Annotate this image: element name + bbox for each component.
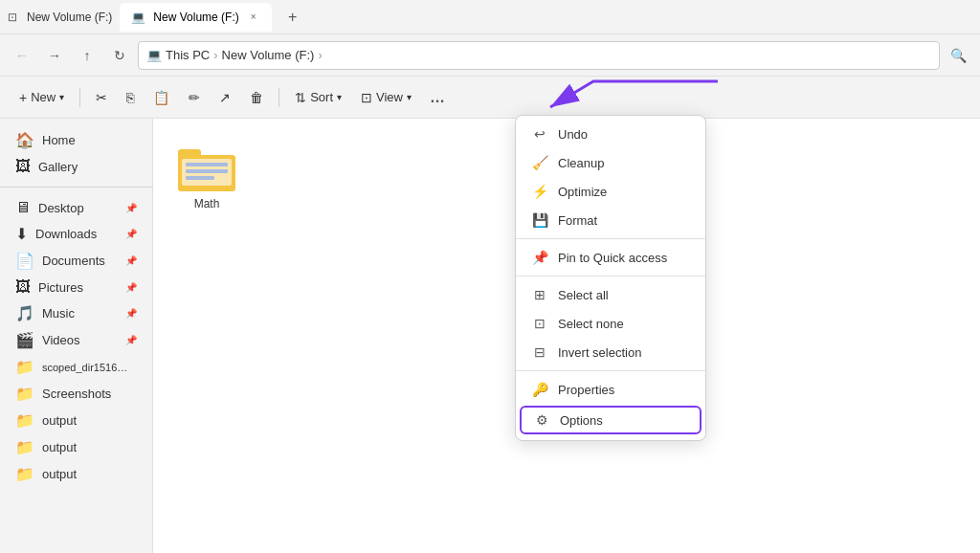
sidebar-item-output-1[interactable]: 📁 output: [4, 408, 148, 433]
up-button[interactable]: ↑: [73, 41, 101, 70]
menu-item-undo[interactable]: ↩ Undo: [516, 120, 705, 148]
svg-rect-6: [186, 176, 214, 180]
share-button[interactable]: ↗: [212, 83, 238, 112]
new-tab-button[interactable]: +: [279, 4, 306, 31]
gallery-icon: 🖼: [15, 158, 31, 175]
menu-item-pin[interactable]: 📌 Pin to Quick access: [516, 243, 705, 272]
sort-label: Sort: [310, 90, 333, 104]
menu-item-optimize[interactable]: ⚡ Optimize: [516, 177, 705, 206]
desktop-pin-icon: 📌: [125, 203, 137, 213]
sidebar-item-scoped[interactable]: 📁 scoped_dir1516…: [4, 354, 148, 380]
sidebar: 🏠 Home 🖼 Gallery 🖥 Desktop 📌 ⬇ Downloads…: [0, 119, 153, 553]
sidebar-item-documents[interactable]: 📄 Documents 📌: [4, 248, 148, 274]
folder-icon: [178, 142, 235, 191]
sidebar-item-downloads-label: Downloads: [35, 227, 97, 241]
rename-icon: ✏: [189, 90, 200, 105]
toolbar-separator-2: [278, 88, 279, 107]
sidebar-item-output-3[interactable]: 📁 output: [4, 461, 148, 487]
menu-item-options[interactable]: ⚙ Options: [520, 406, 702, 434]
paste-icon: 📋: [153, 90, 169, 105]
current-tab[interactable]: 💻 New Volume (F:) ×: [120, 3, 271, 32]
folder-math[interactable]: Math: [168, 134, 245, 218]
output3-icon: 📁: [15, 465, 34, 483]
tab-close-button[interactable]: ×: [247, 11, 260, 24]
rename-button[interactable]: ✏: [181, 83, 208, 112]
sidebar-item-output2-label: output: [42, 440, 77, 454]
address-bar[interactable]: 💻 This PC › New Volume (F:) ›: [138, 41, 940, 70]
sidebar-item-screenshots[interactable]: 📁 Screenshots: [4, 381, 148, 407]
menu-item-cleanup[interactable]: 🧹 Cleanup: [516, 148, 705, 177]
delete-button[interactable]: 🗑: [242, 83, 271, 112]
sidebar-item-pictures[interactable]: 🖼 Pictures 📌: [4, 275, 148, 299]
sort-chevron: ▾: [337, 92, 342, 102]
title-bar: ⊡ New Volume (F:) 💻 New Volume (F:) × +: [0, 0, 980, 34]
pictures-pin-icon: 📌: [125, 282, 137, 293]
menu-item-invert-label: Invert selection: [558, 345, 641, 360]
sidebar-item-music[interactable]: 🎵 Music 📌: [4, 300, 148, 326]
copy-button[interactable]: ⎘: [119, 83, 142, 112]
menu-item-select-none[interactable]: ⊡ Select none: [516, 309, 705, 338]
cut-icon: ✂: [96, 90, 107, 105]
sidebar-divider: [0, 180, 152, 188]
menu-item-format-label: Format: [558, 213, 597, 228]
select-all-icon: ⊞: [531, 287, 548, 302]
menu-item-cleanup-label: Cleanup: [558, 156, 604, 170]
menu-item-select-none-label: Select none: [558, 317, 624, 331]
back-button[interactable]: ←: [8, 41, 36, 70]
menu-item-properties[interactable]: 🔑 Properties: [516, 375, 705, 404]
view-button[interactable]: ⊡ View ▾: [353, 83, 419, 112]
sidebar-item-videos[interactable]: 🎬 Videos 📌: [4, 327, 148, 353]
menu-item-format[interactable]: 💾 Format: [516, 206, 705, 234]
context-menu: ↩ Undo 🧹 Cleanup ⚡ Optimize 💾 Format 📌 P…: [515, 115, 706, 441]
delete-icon: 🗑: [250, 90, 263, 105]
menu-item-select-all-label: Select all: [558, 288, 609, 302]
address-separator-1: ›: [213, 48, 217, 62]
pc-icon: 💻: [146, 48, 162, 62]
desktop-icon: 🖥: [15, 199, 31, 216]
sidebar-item-music-label: Music: [42, 306, 75, 321]
sort-button[interactable]: ⇅ Sort ▾: [287, 83, 349, 112]
forward-button[interactable]: →: [40, 41, 69, 70]
videos-pin-icon: 📌: [125, 335, 137, 345]
refresh-button[interactable]: ↻: [105, 41, 134, 70]
format-icon: 💾: [531, 212, 548, 228]
new-chevron: ▾: [59, 92, 64, 102]
sidebar-item-gallery[interactable]: 🖼 Gallery: [4, 154, 148, 179]
options-icon: ⚙: [533, 412, 550, 428]
downloads-icon: ⬇: [15, 225, 28, 243]
music-icon: 🎵: [15, 304, 34, 322]
sidebar-item-downloads[interactable]: ⬇ Downloads 📌: [4, 221, 148, 247]
window-title: New Volume (F:): [27, 11, 112, 24]
output2-icon: 📁: [15, 438, 34, 456]
menu-item-select-all[interactable]: ⊞ Select all: [516, 280, 705, 309]
menu-item-undo-label: Undo: [558, 127, 588, 142]
more-button[interactable]: …: [423, 83, 452, 112]
undo-icon: ↩: [531, 126, 548, 142]
menu-item-properties-label: Properties: [558, 383, 614, 397]
menu-separator-3: [516, 370, 705, 371]
toolbar-separator-1: [79, 88, 80, 107]
sidebar-item-output-2[interactable]: 📁 output: [4, 434, 148, 460]
new-label: New: [31, 90, 56, 104]
view-chevron: ▾: [407, 92, 412, 102]
select-none-icon: ⊡: [531, 316, 548, 331]
search-button[interactable]: 🔍: [944, 41, 972, 70]
sidebar-item-desktop[interactable]: 🖥 Desktop 📌: [4, 195, 148, 220]
menu-item-pin-label: Pin to Quick access: [558, 251, 667, 265]
new-icon: +: [19, 90, 27, 105]
sidebar-item-home[interactable]: 🏠 Home: [4, 127, 148, 153]
main-area: 🏠 Home 🖼 Gallery 🖥 Desktop 📌 ⬇ Downloads…: [0, 119, 980, 553]
sidebar-item-scoped-label: scoped_dir1516…: [42, 362, 127, 373]
cleanup-icon: 🧹: [531, 155, 548, 170]
new-button[interactable]: + New ▾: [11, 83, 72, 112]
cut-button[interactable]: ✂: [88, 83, 115, 112]
menu-item-invert[interactable]: ⊟ Invert selection: [516, 338, 705, 366]
copy-icon: ⎘: [126, 90, 134, 105]
paste-button[interactable]: 📋: [145, 83, 177, 112]
documents-icon: 📄: [15, 252, 34, 270]
svg-rect-5: [186, 169, 228, 173]
toolbar: + New ▾ ✂ ⎘ 📋 ✏ ↗ 🗑 ⇅ Sort ▾ ⊡ View ▾ …: [0, 77, 980, 119]
sort-icon: ⇅: [295, 90, 306, 105]
title-bar-left: ⊡ New Volume (F:): [8, 11, 112, 24]
sidebar-item-output3-label: output: [42, 467, 77, 481]
